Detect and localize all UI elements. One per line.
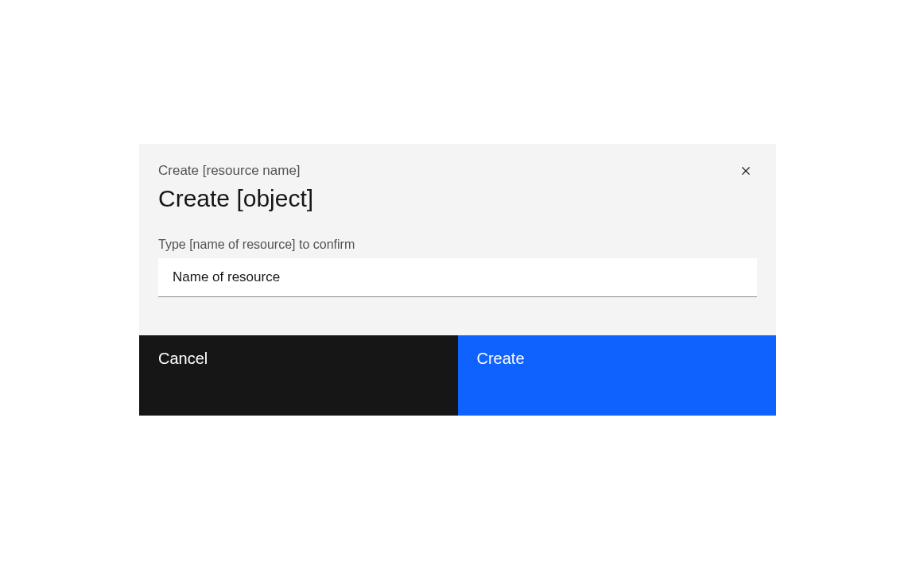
cancel-button[interactable]: Cancel — [139, 335, 458, 416]
svg-marker-0 — [742, 167, 750, 175]
modal-header: Create [resource name] Create [object] — [139, 144, 776, 238]
input-label: Type [name of resource] to confirm — [158, 238, 757, 252]
create-modal: Create [resource name] Create [object] T… — [139, 144, 776, 416]
modal-body: Type [name of resource] to confirm — [139, 238, 776, 335]
close-icon — [738, 163, 754, 179]
modal-subheading: Create [resource name] — [158, 163, 757, 179]
close-button[interactable] — [733, 158, 759, 184]
create-button[interactable]: Create — [458, 335, 777, 416]
modal-footer: Cancel Create — [139, 335, 776, 416]
modal-heading: Create [object] — [158, 185, 757, 212]
resource-name-input[interactable] — [158, 258, 757, 297]
